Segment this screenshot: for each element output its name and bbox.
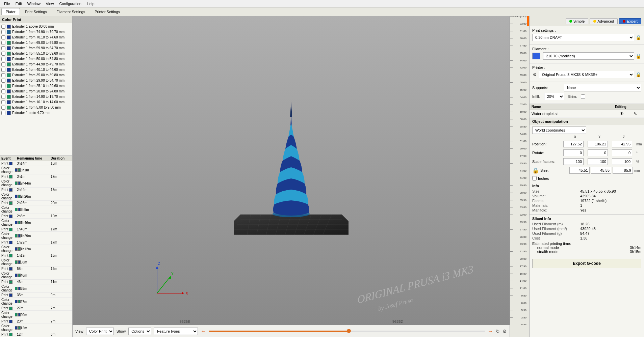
menu-view[interactable]: View xyxy=(43,1,57,6)
object-visibility-icon[interactable]: 👁 xyxy=(615,111,628,116)
event-row: Print 27m 7m xyxy=(0,306,72,311)
event-row: Print 3h14m 13m xyxy=(0,161,72,166)
size-z-input[interactable] xyxy=(613,167,633,174)
extruder-label-5: Extruder 1 from 55.10 to 59.60 mm xyxy=(12,51,65,56)
menu-configuration[interactable]: Configuration xyxy=(56,1,84,6)
print-settings-select[interactable]: 0.30mm DRAFT xyxy=(532,34,634,41)
printer-label: Printer : xyxy=(532,65,563,69)
extruder-checkbox-3[interactable] xyxy=(1,41,5,45)
feature-types-select[interactable]: Feature types xyxy=(154,328,198,335)
view-select[interactable]: Color Print xyxy=(86,328,114,335)
printer-lock-icon[interactable]: 🔒 xyxy=(636,72,641,77)
ruler-tick xyxy=(510,171,513,171)
object-edit-icon[interactable]: ✎ xyxy=(628,111,642,116)
rotate-unit: ° xyxy=(636,151,643,155)
infill-select[interactable]: 20% xyxy=(544,93,564,100)
position-z-input[interactable] xyxy=(612,141,632,147)
change-from-color xyxy=(15,168,17,172)
viewport[interactable]: X Y Z ORIGINAL PRUSA i3 MK3by Josef Prus… xyxy=(73,16,510,337)
extruder-checkbox-12[interactable] xyxy=(1,89,5,93)
ruler-mark: 58.00 xyxy=(520,117,526,120)
rotate-z-input[interactable] xyxy=(612,149,632,156)
extruder-checkbox-8[interactable] xyxy=(1,68,5,72)
filament-lock-icon[interactable]: 🔒 xyxy=(636,53,641,59)
tab-printer-settings[interactable]: Printer Settings xyxy=(90,8,124,15)
arrow-right-icon[interactable]: → xyxy=(488,328,493,334)
ruler-mark: 85.40 (285) xyxy=(513,16,526,18)
extruder-checkbox-10[interactable] xyxy=(1,79,5,83)
ruler-mark: 33.80 xyxy=(520,206,526,209)
ruler-mark: 21.80 xyxy=(520,250,526,253)
extruder-checkbox-9[interactable] xyxy=(1,73,5,77)
reset-view-icon[interactable]: ↻ xyxy=(496,329,500,334)
change-from-color xyxy=(15,260,17,264)
event-remaining: 3h14m xyxy=(17,162,51,165)
print-settings-lock-icon[interactable]: 🔒 xyxy=(636,35,641,40)
settings-icon[interactable]: ⚙ xyxy=(503,329,507,334)
export-gcode-button[interactable]: Export G-code xyxy=(532,259,641,268)
scale-y-input[interactable] xyxy=(588,158,608,165)
bottom-bar: View Color Print Show Options Feature ty… xyxy=(73,325,510,337)
printer-select[interactable]: Original Prusa i3 MK3S & MK3S+ xyxy=(539,71,634,78)
inches-checkbox[interactable] xyxy=(532,176,537,180)
coord-system-select[interactable]: World coordinates xyxy=(532,127,586,134)
event-remaining: 1h46m xyxy=(21,221,54,225)
position-x-input[interactable] xyxy=(563,141,584,147)
menu-help[interactable]: Help xyxy=(84,1,97,6)
tab-print-settings[interactable]: Print Settings xyxy=(21,8,51,15)
ruler-mark: 69.80 xyxy=(520,74,526,77)
brim-checkbox[interactable] xyxy=(581,94,585,99)
extruder-checkbox-6[interactable] xyxy=(1,57,5,61)
extruder-checkbox-2[interactable] xyxy=(1,35,5,39)
rotate-x-input[interactable] xyxy=(563,149,584,156)
mode-advanced-btn[interactable]: Advanced xyxy=(590,18,618,24)
lock-scale-icon[interactable]: 🔒 xyxy=(532,167,539,174)
extruder-checkbox-11[interactable] xyxy=(1,84,5,88)
tab-plater[interactable]: Plater xyxy=(1,8,20,15)
extruder-item: Extruder 1 from 55.10 to 59.60 mm xyxy=(1,51,72,56)
menu-file[interactable]: File xyxy=(1,1,13,6)
event-type: Color change xyxy=(1,311,21,318)
scale-x-input[interactable] xyxy=(563,158,584,165)
extruder-checkbox-7[interactable] xyxy=(1,62,5,66)
printer-watermark: ORIGINAL PRUSA i3 MK3by Josef Prusa xyxy=(357,263,475,319)
event-duration: 15m xyxy=(51,254,71,257)
change-from-color xyxy=(15,287,17,290)
extruder-checkbox-4[interactable] xyxy=(1,46,5,50)
extruder-checkbox-14[interactable] xyxy=(1,100,5,104)
info-section: Info Size: 45.51 x 45.55 x 85.90 Volume:… xyxy=(530,182,644,215)
supports-select[interactable]: None xyxy=(564,84,641,91)
tab-filament-settings[interactable]: Filament Settings xyxy=(52,8,89,15)
position-y-input[interactable] xyxy=(588,141,608,147)
extruder-checkbox-16[interactable] xyxy=(1,111,5,115)
object-name: Water droplet.stl xyxy=(532,112,615,116)
filament-color-swatch[interactable] xyxy=(532,53,540,59)
event-duration: 13m xyxy=(51,162,71,165)
extruder-checkbox-5[interactable] xyxy=(1,52,5,56)
event-type: Color change xyxy=(1,298,21,305)
extruder-checkbox-13[interactable] xyxy=(1,95,5,99)
extruder-checkbox-15[interactable] xyxy=(1,106,5,110)
filament-select[interactable]: 210 70 (modified) xyxy=(543,52,634,60)
show-select[interactable]: Options xyxy=(128,328,151,335)
size-y-input[interactable] xyxy=(591,167,611,174)
menu-edit[interactable]: Edit xyxy=(13,1,25,6)
object-row: Water droplet.stl 👁 ✎ xyxy=(530,110,644,118)
ruler-mark: 26.00 xyxy=(520,235,526,238)
layer-slider[interactable] xyxy=(209,331,485,332)
ruler-tick xyxy=(510,156,513,156)
extruder-checkbox-1[interactable] xyxy=(1,30,5,34)
extruder-label-13: Extruder 1 from 14.90 to 19.70 mm xyxy=(12,94,65,99)
mode-expert-btn[interactable]: Expert xyxy=(619,18,641,24)
size-x-input[interactable] xyxy=(569,167,590,174)
arrow-left-icon[interactable]: ← xyxy=(201,328,206,334)
event-remaining: 12m xyxy=(21,326,54,330)
menu-window[interactable]: Window xyxy=(25,1,43,6)
event-duration: 7m xyxy=(51,319,71,323)
event-type: Print xyxy=(1,333,8,336)
rotate-y-input[interactable] xyxy=(588,149,608,156)
mode-simple-btn[interactable]: Simple xyxy=(566,18,589,24)
scale-z-input[interactable] xyxy=(612,158,632,165)
event-col-remaining: Remaining time xyxy=(17,157,51,160)
extruder-checkbox-0[interactable] xyxy=(1,25,5,29)
